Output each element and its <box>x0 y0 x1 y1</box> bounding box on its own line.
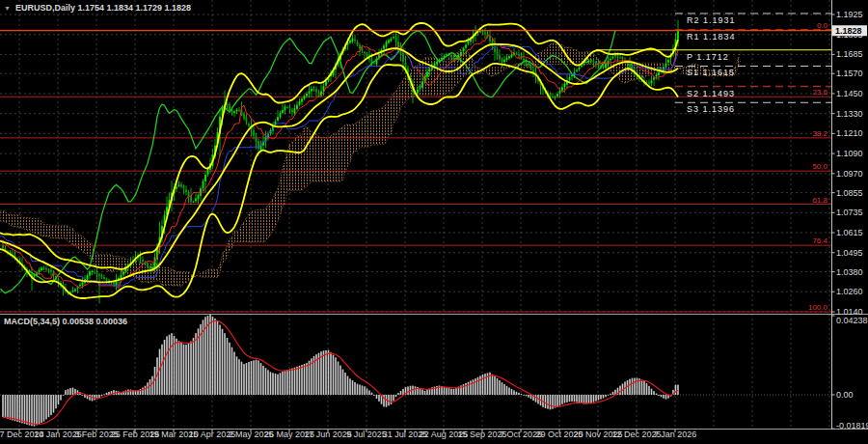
date-tick-label: 9 Jul 2025 <box>346 430 387 439</box>
pivot-label: S3 1.1396 <box>687 104 735 114</box>
date-tick-label: 7 Jan 2026 <box>654 430 697 439</box>
chart-collapse-icon[interactable]: ▼ <box>4 5 11 12</box>
price-tick-label: 1.0970 <box>836 169 863 179</box>
fib-percent-label: 61.8 <box>812 196 827 205</box>
price-tick-label: 1.1210 <box>836 128 863 138</box>
price-tick-label: 1.1450 <box>836 89 863 98</box>
price-tick-label: 1.1685 <box>836 49 863 59</box>
pivot-label: S1 1.1615 <box>687 68 735 77</box>
macd-indicator-label: MACD(5,34,5) 0.00538 0.00036 <box>4 317 127 326</box>
fib-percent-label: 38.2 <box>812 129 827 138</box>
date-tick-label: 17 Jun 2025 <box>304 430 352 439</box>
pivot-label: R2 1.1931 <box>687 15 736 25</box>
price-tick-label: 1.1330 <box>836 109 863 119</box>
fib-percent-label: 23.6 <box>812 88 827 97</box>
current-price-text: 1.1828 <box>835 26 862 36</box>
fib-percent-label: 76.4 <box>812 236 827 245</box>
pivot-label: P 1.1712 <box>687 52 729 62</box>
chart-title: EURUSD,Daily 1.1754 1.1834 1.1729 1.1828 <box>15 3 191 13</box>
price-tick-label: 1.0615 <box>836 228 863 237</box>
chart-window: R2 1.1931R1 1.1834P 1.1712S1 1.1615S2 1.… <box>0 0 868 444</box>
price-tick-label: 1.0735 <box>836 208 863 217</box>
macd-tick-label: 0.04238 <box>836 316 868 325</box>
fib-percent-label: 50.0 <box>812 162 827 171</box>
chart-canvas[interactable]: R2 1.1931R1 1.1834P 1.1712S1 1.1615S2 1.… <box>0 0 868 444</box>
macd-tick-label: 0.00 <box>836 390 854 400</box>
fib-percent-label: 100.0 <box>808 303 828 312</box>
time-axis[interactable]: 17 Dec 202410 Jan 20253 Feb 202525 Feb 2… <box>0 430 696 439</box>
price-tick-label: 1.0260 <box>836 287 863 296</box>
macd-tick-label: -0.01819 <box>836 421 868 430</box>
price-tick-label: 1.1925 <box>836 10 863 19</box>
chart-title-bar: ▼ EURUSD,Daily 1.1754 1.1834 1.1729 1.18… <box>4 3 191 13</box>
pivot-label: S2 1.1493 <box>687 89 735 98</box>
pivot-label: R1 1.1834 <box>687 32 736 42</box>
price-tick-label: 1.1090 <box>836 149 863 158</box>
price-tick-label: 1.0380 <box>836 267 863 277</box>
fib-percent-label: 0.0 <box>817 21 828 30</box>
price-tick-label: 1.0855 <box>836 188 863 198</box>
price-tick-label: 1.0495 <box>836 248 863 258</box>
price-tick-label: 1.1570 <box>836 69 863 78</box>
